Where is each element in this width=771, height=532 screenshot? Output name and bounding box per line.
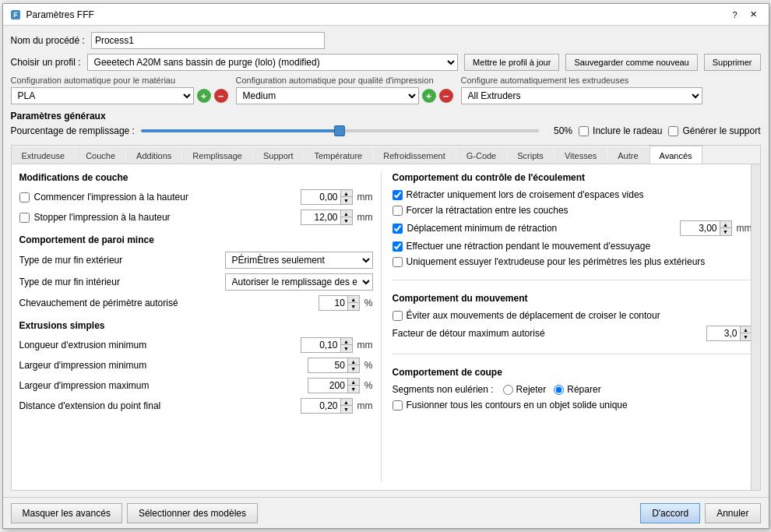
commencer-value[interactable] [301,191,340,203]
tab-extrudeuse[interactable]: Extrudeuse [12,147,76,164]
facteur-down[interactable]: ▼ [741,333,752,340]
stopper-value[interactable] [301,211,340,224]
material-add-button[interactable]: + [197,89,211,103]
largeur-max-down[interactable]: ▼ [348,386,359,393]
close-button[interactable]: ✕ [745,6,762,23]
rejeter-radio-label[interactable]: Rejeter [503,384,547,395]
tab-temperature[interactable]: Température [304,147,372,164]
retracter-label[interactable]: Rétracter uniquement lors de croisement … [393,189,752,200]
annuler-button[interactable]: Annuler [705,503,760,523]
tab-support[interactable]: Support [253,147,304,164]
longueur-value[interactable] [301,339,340,351]
deplacement-up[interactable]: ▲ [720,221,731,228]
nom-label: Nom du procédé : [11,35,85,46]
distance-down[interactable]: ▼ [341,406,352,413]
type-int-select[interactable]: Autoriser le remplissage des espaces [225,273,373,291]
longueur-row: Longueur d'extrusion minimum ▲ ▼ mm [19,337,373,353]
accord-button[interactable]: D'accord [640,503,700,523]
commencer-label: Commencer l'impression à la hauteur [34,192,296,203]
longueur-down[interactable]: ▼ [341,345,352,352]
effectuer-label[interactable]: Effectuer une rétraction pendant le mouv… [393,241,752,252]
facteur-value[interactable] [707,327,740,340]
type-ext-select[interactable]: PÉrimÈtres seulement [225,252,373,269]
scrollbar[interactable] [751,164,760,490]
generer-support-checkbox[interactable] [668,126,678,136]
stopper-down[interactable]: ▼ [341,217,352,224]
fill-slider[interactable] [141,129,539,132]
longueur-up[interactable]: ▲ [341,338,352,345]
effectuer-checkbox[interactable] [393,241,403,252]
largeur-max-up[interactable]: ▲ [348,379,359,386]
stopper-up[interactable]: ▲ [341,210,352,217]
reparer-radio[interactable] [554,385,564,395]
commencer-up[interactable]: ▲ [341,190,352,197]
quality-add-button[interactable]: + [422,89,436,103]
selectionner-button[interactable]: Sélectionner des modèles [127,503,258,523]
left-panel: Modifications de couche Commencer l'impr… [19,172,382,482]
help-button[interactable]: ? [727,6,744,23]
general-title: Paramètres généraux [11,111,761,122]
eviter-checkbox[interactable] [393,311,403,321]
tab-additions[interactable]: Additions [126,147,181,164]
delete-profile-button[interactable]: Supprimer [704,54,761,71]
chevauchement-unit: % [364,298,373,308]
fill-slider-thumb [334,125,345,136]
tab-refroidissement[interactable]: Refroidissement [373,147,455,164]
deplacement-down[interactable]: ▼ [720,228,731,235]
chevauchement-down[interactable]: ▼ [348,303,359,310]
extrusions-section: Extrusions simples Longueur d'extrusion … [19,320,373,414]
quality-select[interactable]: Medium [236,87,419,104]
largeur-min-down[interactable]: ▼ [348,365,359,372]
deplacement-checkbox[interactable] [393,224,403,234]
uniquement-label[interactable]: Uniquement essuyer l'extrudeuse pour les… [393,256,752,267]
rejeter-radio[interactable] [503,385,513,395]
eviter-label[interactable]: Éviter aux mouvements de déplacement de … [393,310,752,321]
tab-couche[interactable]: Couche [76,147,125,164]
commencer-checkbox[interactable] [19,192,30,203]
stopper-checkbox[interactable] [19,213,30,223]
save-profile-button[interactable]: Sauvegarder comme nouveau [565,54,697,71]
include-radeau-checkbox[interactable] [579,126,589,136]
uniquement-checkbox[interactable] [393,257,403,267]
fusionner-checkbox[interactable] [393,400,403,410]
tab-vitesses[interactable]: Vitesses [554,147,607,164]
deplacement-value[interactable] [681,222,720,234]
commencer-down[interactable]: ▼ [341,197,352,204]
facteur-up[interactable]: ▲ [741,326,752,333]
tab-remplissage[interactable]: Remplissage [182,147,252,164]
forcer-label[interactable]: Forcer la rétractation entre les couches [393,205,752,216]
largeur-min-spinbox: ▲ ▼ [308,358,360,373]
mouvement-title: Comportement du mouvement [393,293,752,304]
distance-value[interactable] [301,400,340,412]
modifications-title: Modifications de couche [19,172,373,183]
tab-autre[interactable]: Autre [607,147,648,164]
extruder-select[interactable]: All Extruders [461,87,702,104]
tab-gcode[interactable]: G-Code [456,147,507,164]
largeur-min-up[interactable]: ▲ [348,358,359,365]
masquer-button[interactable]: Masquer les avancés [11,503,122,523]
largeur-max-value[interactable] [308,379,347,392]
retracter-checkbox[interactable] [393,190,403,200]
chevauchement-value[interactable] [319,297,347,309]
generer-support-label[interactable]: Générer le support [668,125,760,136]
fill-slider-container[interactable] [141,125,539,137]
largeur-max-spinbox: ▲ ▼ [308,378,360,393]
extruder-config-label: Configure automatiquement les extrudeuse… [461,76,702,85]
quality-remove-button[interactable]: − [439,89,453,103]
material-remove-button[interactable]: − [214,89,228,103]
fusionner-label[interactable]: Fusionner tous les contours en un objet … [393,400,752,410]
largeur-min-unit: % [364,360,373,371]
include-radeau-label[interactable]: Inclure le radeau [579,125,662,136]
material-select[interactable]: PLA [11,87,194,104]
profile-row: Choisir un profil : Geeetech A20M sans b… [11,54,761,71]
largeur-min-value[interactable] [308,359,347,372]
forcer-checkbox[interactable] [393,206,403,216]
update-profile-button[interactable]: Mettre le profil à jour [464,54,559,71]
reparer-radio-label[interactable]: Réparer [554,384,600,395]
nom-input[interactable] [91,32,325,49]
distance-up[interactable]: ▲ [341,399,352,406]
chevauchement-up[interactable]: ▲ [348,296,359,303]
profile-select[interactable]: Geeetech A20M sans bassin de purge (lolo… [87,54,459,71]
tab-scripts[interactable]: Scripts [507,147,554,164]
tab-avances[interactable]: Avancés [650,146,702,164]
